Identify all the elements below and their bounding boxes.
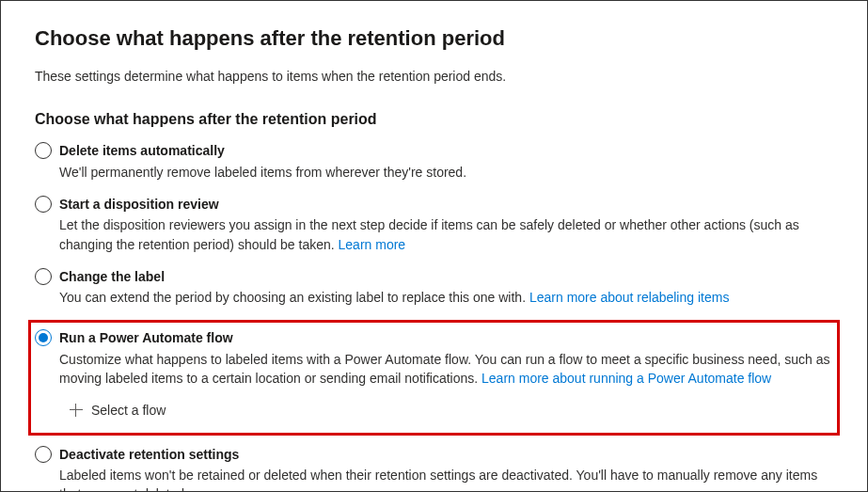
option-label: Delete items automatically	[59, 141, 833, 160]
option-delete-automatically[interactable]: Delete items automatically We'll permane…	[35, 141, 833, 182]
option-label: Start a disposition review	[59, 195, 833, 214]
radio-disposition[interactable]	[35, 196, 52, 213]
learn-more-power-automate-link[interactable]: Learn more about running a Power Automat…	[481, 371, 771, 386]
option-desc: Labeled items won't be retained or delet…	[59, 466, 833, 492]
plus-icon	[69, 403, 84, 418]
select-flow-button[interactable]: Select a flow	[69, 401, 166, 420]
option-change-label[interactable]: Change the label You can extend the peri…	[35, 267, 833, 308]
section-title: Choose what happens after the retention …	[35, 108, 833, 130]
radio-delete[interactable]	[35, 142, 52, 159]
select-flow-label: Select a flow	[91, 401, 166, 420]
option-power-automate-flow[interactable]: Run a Power Automate flow Customize what…	[28, 320, 840, 435]
option-body: Delete items automatically We'll permane…	[59, 141, 833, 182]
radio-change-label[interactable]	[35, 268, 52, 285]
option-disposition-review[interactable]: Start a disposition review Let the dispo…	[35, 195, 833, 254]
radio-power-automate[interactable]	[35, 329, 52, 346]
option-label: Change the label	[59, 267, 833, 286]
option-deactivate-retention[interactable]: Deactivate retention settings Labeled it…	[35, 445, 833, 492]
option-label: Run a Power Automate flow	[59, 328, 833, 347]
option-desc: We'll permanently remove labeled items f…	[59, 163, 833, 182]
desc-text: Let the disposition reviewers you assign…	[59, 217, 799, 251]
learn-more-link[interactable]: Learn more	[339, 237, 406, 252]
option-desc: Customize what happens to labeled items …	[59, 350, 833, 389]
option-label: Deactivate retention settings	[59, 445, 833, 464]
option-body: Deactivate retention settings Labeled it…	[59, 445, 833, 492]
option-body: Change the label You can extend the peri…	[59, 267, 833, 308]
option-body: Start a disposition review Let the dispo…	[59, 195, 833, 254]
learn-more-relabeling-link[interactable]: Learn more about relabeling items	[529, 290, 729, 305]
desc-text: You can extend the period by choosing an…	[59, 290, 529, 305]
page-title: Choose what happens after the retention …	[35, 24, 833, 54]
option-desc: Let the disposition reviewers you assign…	[59, 215, 833, 254]
page-subtitle: These settings determine what happens to…	[35, 67, 833, 86]
option-body: Run a Power Automate flow Customize what…	[59, 328, 833, 422]
option-desc: You can extend the period by choosing an…	[59, 288, 833, 307]
radio-deactivate[interactable]	[35, 446, 52, 463]
